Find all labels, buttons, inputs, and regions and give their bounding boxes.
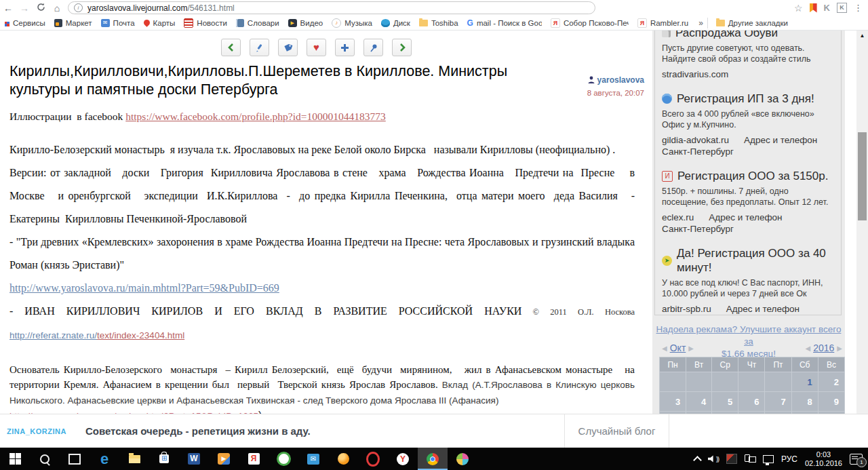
prev-entry-button[interactable]	[221, 39, 241, 56]
mail-app-button[interactable]: ✉	[298, 448, 328, 470]
bookmark-dictionaries[interactable]: Словари	[236, 19, 279, 27]
bookmark-star-icon[interactable]: ☆	[794, 3, 803, 14]
ad-item[interactable]: ИРегистрация ООО за 5150р. 5150р. + пошл…	[662, 169, 834, 235]
calendar-nav: ◀ Окт ▶ ◀ 2016 ▶	[659, 341, 845, 355]
network-icon[interactable]	[763, 455, 774, 463]
store-button[interactable]	[149, 448, 179, 470]
add-to-memories-button[interactable]: ♥	[307, 39, 326, 56]
scroll-up-icon[interactable]: ▲	[856, 33, 868, 39]
bookmark-news[interactable]: Новости	[184, 18, 227, 28]
random-blog-quote[interactable]: Советская очередь - репетиция жизни в ад…	[85, 425, 311, 437]
referat-link-wrap[interactable]: text/index-23404.html	[97, 330, 184, 340]
taskbar-clock[interactable]: 0:0302.10.2016	[805, 450, 842, 468]
month-link[interactable]: Окт	[670, 342, 686, 353]
services-grid-icon	[3, 20, 9, 26]
year-link[interactable]: 2016	[813, 342, 834, 353]
bookmark-services[interactable]: Сервисы	[3, 19, 45, 27]
colorful-app-button[interactable]	[448, 448, 477, 470]
bookmarks-overflow-chevron[interactable]: »	[698, 18, 703, 28]
scrollbar-thumb[interactable]	[858, 132, 867, 220]
taskbar-search-button[interactable]	[30, 448, 60, 470]
file-explorer-button[interactable]	[119, 448, 149, 470]
search-icon	[40, 454, 50, 464]
bookmarks-bar: Сервисы Маркет ✉Почта Карты Новости Слов…	[0, 16, 868, 31]
bookmark-sobor[interactable]: ЯСобор Псково-Пече	[551, 18, 629, 28]
bookmark-toshiba[interactable]: Toshiba	[419, 19, 458, 27]
next-month-icon[interactable]: ▶	[688, 345, 694, 352]
notifications-icon[interactable]: 1	[850, 454, 863, 465]
ad-title[interactable]: ➤Да! Регистрация ООО за 40 минут!	[662, 246, 834, 275]
ad-item[interactable]: Распродажа Обуви Пусть другие советуют, …	[662, 31, 834, 80]
random-blog-username[interactable]: ZINA_KORZINA	[7, 427, 66, 435]
ad-title[interactable]: Регистрация ИП за 3 дня!	[662, 92, 834, 106]
other-bookmarks[interactable]: Другие закладки	[716, 19, 788, 27]
edge-button[interactable]: e	[90, 448, 119, 470]
ad-domain[interactable]: stradivarius.com	[662, 68, 834, 80]
ad-domain[interactable]: arbitr-spb.ruАдрес и телефон	[662, 303, 834, 315]
language-indicator[interactable]: РУС	[781, 454, 797, 464]
next-entry-button[interactable]	[392, 39, 412, 56]
ad-domain[interactable]: eclex.ruАдрес и телефон	[662, 212, 834, 223]
chrome-button[interactable]	[418, 448, 448, 470]
yaroslavova-link-1[interactable]: http://www.yaroslavova.ru/main.mhtml?Par…	[9, 282, 279, 294]
bookmark-maps[interactable]: Карты	[144, 19, 176, 27]
post-column: ♥ Кириллы,Кирилловичи,Кирилловы.П.Шереме…	[9, 31, 644, 414]
back-icon[interactable]: ←	[0, 3, 16, 14]
share-button[interactable]	[335, 39, 355, 56]
referat-link[interactable]: http://referat.znate.ru/	[9, 330, 97, 340]
task-view-button[interactable]	[60, 448, 90, 470]
extension-k1-icon[interactable]: K	[824, 3, 830, 13]
ad-domain[interactable]: gildia-advokat.ruАдрес и телефон	[662, 134, 834, 146]
bookmark-mail[interactable]: ✉Почта	[101, 19, 135, 27]
disk-icon	[381, 19, 390, 27]
facebook-link[interactable]: https://www.facebook.com/profile.php?id=…	[125, 111, 386, 122]
yandex-browser-button[interactable]: Y	[388, 448, 418, 470]
bookmark-video[interactable]: ▶Видео	[288, 19, 323, 27]
tray-chevron-up-icon[interactable]	[693, 456, 702, 465]
start-button[interactable]	[0, 448, 30, 470]
bookmark-disk[interactable]: Диск	[381, 19, 410, 27]
ad-item[interactable]: Регистрация ИП за 3 дня! Всего за 4 000 …	[662, 92, 834, 157]
system-tray: )) РУС 0:0302.10.2016 1	[694, 448, 868, 470]
edit-entry-button[interactable]	[250, 39, 269, 56]
pin-button[interactable]	[363, 39, 383, 56]
tray-app-icon[interactable]	[726, 454, 737, 464]
calendar: ◀ Окт ▶ ◀ 2016 ▶ ПнВтСрЧтПтСбВс 12	[659, 341, 845, 414]
calendar-day-headers: ПнВтСрЧтПтСбВс	[660, 357, 845, 372]
bookmark-music[interactable]: ♪Музыка	[332, 18, 372, 28]
random-blog-button[interactable]: Случайный блог	[564, 414, 669, 448]
forward-icon[interactable]: →	[16, 3, 33, 14]
green-app-button[interactable]	[269, 448, 298, 470]
extension-flag-icon[interactable]	[810, 3, 817, 13]
ad-title[interactable]: ИРегистрация ООО за 5150р.	[662, 169, 834, 183]
orange-app-button[interactable]	[328, 448, 358, 470]
post-body: Иллюстрации в facebook https://www.faceb…	[9, 110, 635, 414]
home-icon[interactable]: ⌂	[49, 3, 65, 14]
url-text[interactable]: yaroslavova.livejournal.com/546131.html	[87, 3, 235, 13]
info-icon[interactable]: i	[74, 3, 83, 12]
prev-month-icon[interactable]: ◀	[662, 345, 667, 352]
word-button[interactable]: W	[179, 448, 209, 470]
next-year-icon[interactable]: ▶	[837, 345, 842, 352]
opera-button[interactable]	[358, 448, 388, 470]
media-player-button[interactable]: ▶	[209, 448, 239, 470]
reload-icon[interactable]	[33, 3, 49, 14]
calendar-day-1-link[interactable]: 1	[791, 372, 818, 392]
bookmark-gmail-search[interactable]: Gmail - Поиск в Googl	[467, 18, 542, 28]
author-link[interactable]: yaroslavova	[588, 75, 644, 85]
bookmark-rambler[interactable]: ЯRambler.ru	[637, 18, 688, 28]
devices-icon[interactable]	[745, 454, 755, 463]
edit-tags-button[interactable]	[278, 39, 298, 56]
volume-icon[interactable]: ))	[708, 455, 719, 463]
menu-dots-icon[interactable]: ⋮	[854, 3, 863, 13]
windows-taskbar: e W ▶ Я ✉ Y )) РУС 0:0302.10.2016 1	[0, 448, 868, 470]
address-bar[interactable]: i yaroslavova.livejournal.com/546131.htm…	[68, 1, 595, 14]
bookmark-market[interactable]: Маркет	[54, 19, 92, 27]
ad-item[interactable]: ➤Да! Регистрация ООО за 40 минут! У нас …	[662, 246, 834, 315]
extension-k2-icon[interactable]: K	[837, 3, 847, 13]
ad-title[interactable]: Распродажа Обуви	[662, 31, 834, 40]
arrow-ad-icon: ➤	[662, 256, 672, 266]
prev-year-icon[interactable]: ◀	[805, 345, 810, 352]
yandex-app-button[interactable]: Я	[239, 448, 269, 470]
page-scrollbar[interactable]: ▲ ▼	[856, 31, 868, 448]
